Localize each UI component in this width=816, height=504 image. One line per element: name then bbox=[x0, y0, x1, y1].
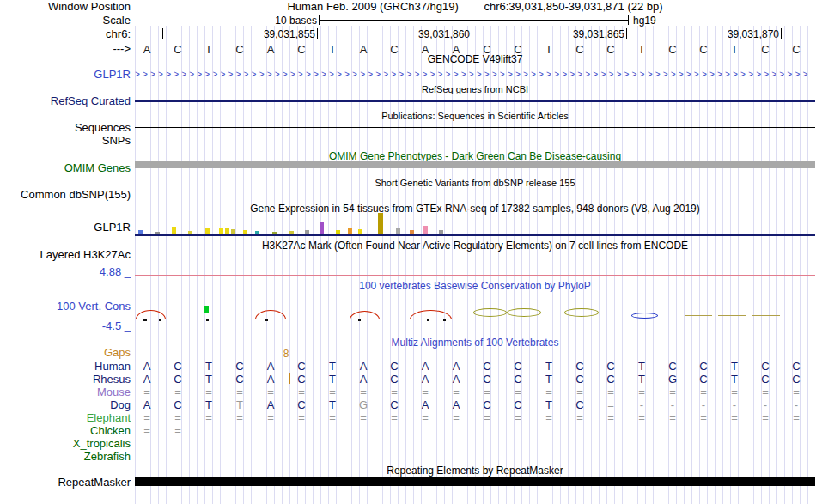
alignment-cell: - bbox=[634, 398, 649, 411]
alignment-cell: = bbox=[572, 411, 588, 424]
alignment-cell: = bbox=[603, 411, 618, 424]
alignment-cell: = bbox=[603, 386, 618, 398]
base-letter: T bbox=[201, 43, 216, 56]
alignment-cell: C bbox=[789, 373, 804, 386]
repeatmasker-item[interactable] bbox=[135, 477, 815, 486]
alignment-cell: T bbox=[232, 398, 247, 411]
track-label-omim-genes[interactable]: OMIM Genes bbox=[64, 162, 131, 173]
track-header-multiz[interactable]: Multiz Alignments of 100 Vertebrates bbox=[135, 337, 815, 349]
alignment-cell: A bbox=[448, 360, 464, 373]
alignment-cell: = bbox=[696, 386, 711, 398]
gtex-expression-bar[interactable] bbox=[205, 228, 210, 234]
track-label-phylop[interactable]: 100 Vert. Cons bbox=[57, 301, 131, 312]
species-label-x_tropicalis[interactable]: X_tropicalis bbox=[73, 437, 131, 450]
species-label-chicken[interactable]: Chicken bbox=[90, 424, 131, 437]
gtex-expression-bar[interactable] bbox=[272, 232, 277, 234]
gtex-expression-bar[interactable] bbox=[219, 228, 223, 234]
track-header-h3k27ac[interactable]: H3K27Ac Mark (Often Found Near Active Re… bbox=[135, 240, 815, 252]
track-label-repeatmasker[interactable]: RepeatMasker bbox=[58, 477, 131, 488]
alignment-cell: C bbox=[294, 360, 309, 373]
alignment-cell: = bbox=[356, 386, 371, 398]
alignment-cell: T bbox=[325, 373, 340, 386]
track-header-phylop[interactable]: 100 vertebrates Basewise Conservation by… bbox=[135, 281, 815, 292]
gtex-expression-bar[interactable] bbox=[336, 230, 340, 234]
species-label-elephant[interactable]: Elephant bbox=[87, 411, 131, 424]
alignment-cell: C bbox=[479, 373, 495, 386]
track-header-gtex[interactable]: Gene Expression in 54 tissues from GTEx … bbox=[135, 203, 815, 215]
species-label-zebrafish[interactable]: Zebrafish bbox=[84, 450, 131, 463]
track-header-repeatmasker[interactable]: Repeating Elements by RepeatMasker bbox=[135, 465, 815, 477]
alignment-cell: C bbox=[387, 373, 402, 386]
alignment-cell: = bbox=[387, 411, 402, 424]
gtex-expression-bar[interactable] bbox=[320, 222, 324, 234]
alignment-cell: = bbox=[479, 411, 495, 424]
gtex-expression-bar[interactable] bbox=[348, 228, 352, 234]
alignment-cell: = bbox=[232, 386, 247, 398]
gencode-glp1r-arrows[interactable]: >>>>>>>>>>>>>>>>>>>>>>>>>>>>>>>>>>>>>>>>… bbox=[135, 70, 815, 81]
track-label-publications-sequences[interactable]: Sequences bbox=[75, 122, 131, 133]
track-label-common-dbsnp[interactable]: Common dbSNP(155) bbox=[21, 189, 131, 200]
gtex-baseline bbox=[135, 234, 815, 236]
base-letter: C bbox=[665, 43, 680, 56]
gtex-expression-bar[interactable] bbox=[243, 230, 247, 234]
base-letter: C bbox=[696, 43, 711, 56]
alignment-cell: - bbox=[727, 398, 742, 411]
gtex-expression-bar[interactable] bbox=[255, 231, 259, 234]
track-label-publications-snps[interactable]: SNPs bbox=[102, 135, 131, 146]
gtex-expression-bar[interactable] bbox=[410, 230, 414, 234]
refseq-curated-item[interactable] bbox=[135, 100, 815, 102]
track-label-gtex-glp1r[interactable]: GLP1R bbox=[94, 222, 131, 233]
species-label-mouse[interactable]: Mouse bbox=[97, 386, 131, 398]
track-header-refseq[interactable]: RefSeq genes from NCBI bbox=[135, 84, 815, 95]
track-header-dbsnp[interactable]: Short Genetic Variants from dbSNP releas… bbox=[135, 178, 815, 189]
gtex-expression-bar[interactable] bbox=[138, 230, 143, 234]
gtex-expression-bar[interactable] bbox=[423, 226, 428, 234]
phylop-line bbox=[718, 315, 746, 316]
gtex-expression-bar[interactable] bbox=[155, 232, 160, 234]
gtex-expression-bar[interactable] bbox=[172, 227, 176, 234]
track-label-gencode-glp1r[interactable]: GLP1R bbox=[94, 69, 131, 80]
alignment-cell: = bbox=[758, 386, 773, 398]
gtex-expression-bar[interactable] bbox=[188, 231, 192, 234]
phylop-rect bbox=[143, 319, 147, 321]
alignment-cell: = bbox=[665, 411, 680, 424]
publications-sequences-item[interactable] bbox=[135, 127, 815, 128]
phylop-max-value: 4.88 _ bbox=[100, 266, 131, 277]
track-label-layered-h3k27ac[interactable]: Layered H3K27Ac bbox=[40, 249, 131, 260]
gtex-expression-bar[interactable] bbox=[289, 231, 294, 234]
alignment-cell: = bbox=[541, 411, 557, 424]
gtex-expression-bar[interactable] bbox=[358, 229, 362, 234]
position-title: chr6:39,031,850-39,031,871 (22 bp) bbox=[484, 0, 662, 13]
track-header-publications[interactable]: Publications: Sequences in Scientific Ar… bbox=[135, 111, 815, 122]
gtex-expression-bar[interactable] bbox=[396, 228, 400, 234]
ruler-tick bbox=[317, 28, 318, 39]
ruler-label: 39,031,870 bbox=[702, 28, 779, 40]
alignment-cell: = bbox=[448, 386, 464, 398]
alignment-cell: C bbox=[170, 360, 186, 373]
strand-direction-label: ---> bbox=[113, 43, 131, 54]
base-letter: A bbox=[448, 43, 464, 56]
gtex-expression-bar[interactable] bbox=[378, 213, 383, 234]
alignment-cell: C bbox=[572, 373, 588, 386]
base-letter: C bbox=[572, 43, 588, 56]
gtex-expression-bar[interactable] bbox=[231, 229, 235, 234]
species-label-rhesus[interactable]: Rhesus bbox=[93, 373, 131, 386]
gtex-expression-bar[interactable] bbox=[439, 230, 443, 234]
track-label-refseq-curated[interactable]: RefSeq Curated bbox=[51, 95, 131, 106]
alignment-cell: C bbox=[696, 360, 711, 373]
alignment-cell: C bbox=[232, 373, 247, 386]
alignment-cell: C bbox=[387, 360, 402, 373]
alignment-cell: = bbox=[510, 411, 526, 424]
alignment-cell: = bbox=[789, 411, 804, 424]
alignment-cell: = bbox=[572, 386, 588, 398]
alignment-cell: C bbox=[696, 373, 711, 386]
browser-title: Human Feb. 2009 (GRCh37/hg19) chr6:39,03… bbox=[135, 1, 815, 12]
alignment-cell: A bbox=[356, 373, 371, 386]
species-label-human[interactable]: Human bbox=[94, 360, 131, 373]
alignment-cell: = bbox=[139, 411, 155, 424]
gtex-expression-bar[interactable] bbox=[225, 228, 229, 234]
alignment-cell: C bbox=[170, 398, 186, 411]
omim-genes-item[interactable] bbox=[135, 161, 815, 168]
species-label-dog[interactable]: Dog bbox=[110, 398, 131, 411]
gtex-expression-bar[interactable] bbox=[305, 230, 309, 234]
